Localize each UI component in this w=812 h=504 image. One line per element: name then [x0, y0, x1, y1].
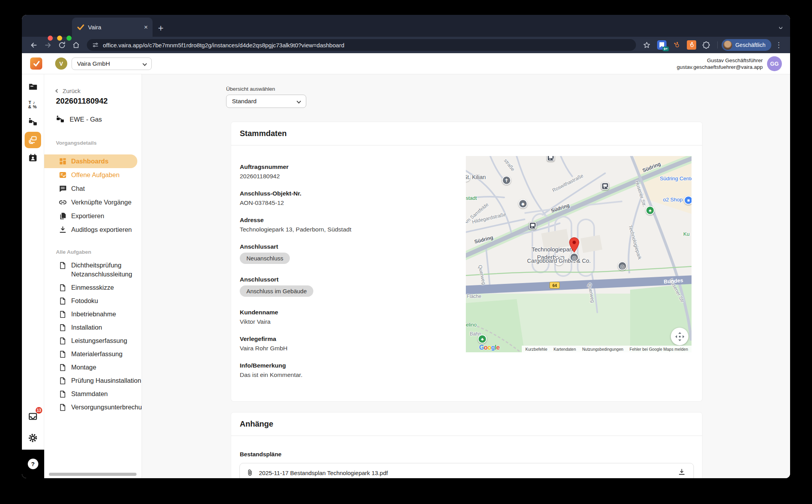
- map-poi-church-icon[interactable]: ✝: [502, 176, 511, 185]
- field-label: Anschlussort: [240, 276, 459, 283]
- hubspot-extension-icon[interactable]: [670, 39, 684, 51]
- map-poi-school-icon[interactable]: ◆: [519, 199, 528, 208]
- sidebar-panel: Zurück 202601180942 EWE - Gas Vorgangsde…: [44, 74, 142, 478]
- home-icon[interactable]: [69, 39, 83, 51]
- help-button[interactable]: ?: [28, 459, 38, 469]
- toolbar-right: 9+ Geschäftlich ⋮: [640, 39, 785, 51]
- task-item-prüfung-hausinstallation[interactable]: Prüfung Hausinstallation: [44, 374, 142, 387]
- map-poi-transit-icon[interactable]: [602, 183, 609, 190]
- horizontal-scrollbar[interactable]: [49, 473, 137, 476]
- field-anschluss-objekt-nr: Anschluss-Objekt-Nr.AON-037845-12: [240, 190, 459, 206]
- task-item-stammdaten[interactable]: Stammdaten: [44, 387, 142, 401]
- google-logo[interactable]: Google: [479, 344, 499, 351]
- section-label-alle-aufgaben: Alle Aufgaben: [56, 249, 142, 255]
- maximize-window-button[interactable]: [66, 36, 72, 41]
- tab-strip: Vaira × +: [22, 15, 790, 37]
- page-icon: [59, 337, 66, 345]
- download-icon: [59, 226, 67, 234]
- page-icon: [59, 350, 66, 358]
- close-window-button[interactable]: [48, 36, 53, 41]
- map-attr-nutzungsbedingungen[interactable]: Nutzungsbedingungen: [582, 347, 623, 352]
- field-value: Viktor Vaira: [240, 318, 459, 325]
- map-attr-kartendaten[interactable]: Kartendaten: [553, 347, 576, 352]
- page-icon: [59, 377, 66, 385]
- processes-icon-active[interactable]: [25, 132, 41, 148]
- new-tab-button[interactable]: +: [158, 23, 163, 33]
- page-icon: [59, 404, 66, 411]
- task-item-dichtheitsprüfung-netzanschlussleitung[interactable]: Dichtheitsprüfung Netzanschlussleitung: [44, 259, 142, 281]
- sidebar-item-label: Chat: [71, 185, 85, 192]
- page-icon: [59, 324, 66, 332]
- browser-tab[interactable]: Vaira ×: [72, 18, 153, 37]
- contacts-icon[interactable]: [25, 150, 41, 166]
- task-item-einmessskizze[interactable]: Einmessskizze: [44, 281, 142, 294]
- tab-close-icon[interactable]: ×: [144, 24, 148, 30]
- browser-menu-icon[interactable]: ⋮: [772, 41, 785, 49]
- task-item-montage[interactable]: Montage: [44, 361, 142, 374]
- sidebar-item-dashboards[interactable]: Dashboards: [44, 154, 137, 168]
- tab-search-icon[interactable]: [779, 23, 782, 30]
- google-map[interactable]: straßeKirche St. KilianstadtRoswithastra…: [466, 156, 692, 352]
- reload-icon[interactable]: [55, 39, 69, 51]
- map-poi-transit-icon[interactable]: [547, 156, 555, 161]
- task-item-label: Inbetriebnahme: [71, 310, 116, 319]
- anhaenge-card: Anhänge Bestandspläne 2025-11-17 Bestand…: [231, 413, 702, 478]
- attachment-row[interactable]: 2025-11-17 Bestandsplan Technologiepark …: [239, 463, 694, 478]
- vaira-favicon-icon: [77, 23, 84, 31]
- browser-profile-button[interactable]: Geschäftlich: [722, 39, 771, 51]
- field-value: Vaira Rohr GmbH: [240, 345, 459, 352]
- sidebar-item-exportieren[interactable]: Exportieren: [44, 209, 137, 223]
- task-item-fotodoku[interactable]: Fotodoku: [44, 294, 142, 308]
- vaira-logo[interactable]: [30, 57, 42, 70]
- map-poi-transit-icon[interactable]: [529, 222, 537, 230]
- attachment-filename: 2025-11-17 Bestandsplan Technologiepark …: [259, 470, 388, 476]
- task-item-label: Materialerfassung: [71, 350, 122, 359]
- user-avatar[interactable]: GG: [767, 56, 782, 71]
- attachment-download-icon[interactable]: [678, 468, 687, 477]
- map-attr-kurzbefehle[interactable]: Kurzbefehle: [525, 347, 547, 352]
- back-icon[interactable]: [27, 39, 41, 51]
- dashboard-icon: [59, 157, 67, 165]
- reading-list-extension-icon[interactable]: 9+: [655, 39, 669, 51]
- sidebar-item-verknüpfte-vorgänge[interactable]: Verknüpfte Vorgänge: [44, 196, 137, 209]
- tasks-icon: [59, 171, 67, 179]
- workflow-icon: [56, 115, 65, 124]
- map-poi-blue-icon[interactable]: ■: [684, 196, 692, 205]
- workflows-icon[interactable]: [25, 114, 41, 130]
- field-anschlussort: AnschlussortAnschluss im Gebäude: [240, 276, 459, 297]
- settings-gear-icon[interactable]: [25, 431, 41, 445]
- process-number-title: 202601180942: [56, 97, 142, 106]
- sidebar-item-offene-aufgaben[interactable]: Offene Aufgaben: [44, 168, 137, 182]
- task-item-inbetriebnahme[interactable]: Inbetriebnahme: [44, 308, 142, 321]
- url-bar[interactable]: office.vaira.app/o/c7be7mnm5f1rdro8tg2g/…: [87, 39, 636, 51]
- task-item-leistungserfassung[interactable]: Leistungserfassung: [44, 334, 142, 348]
- map-marker[interactable]: [568, 237, 580, 255]
- map-poi-gray-icon[interactable]: ◎: [618, 262, 627, 271]
- map-attr-fehler-bei-google-maps-melden[interactable]: Fehler bei Google Maps melden: [630, 347, 688, 352]
- map-pan-button[interactable]: [671, 328, 688, 345]
- org-select[interactable]: Vaira GmbH: [72, 57, 152, 70]
- map-poi-green-icon[interactable]: ♣: [646, 206, 655, 215]
- task-item-installation[interactable]: Installation: [44, 321, 142, 334]
- map-label-cargoboard-gmbh-co: Cargoboard GmbH & Co.: [555, 256, 564, 265]
- minimize-window-button[interactable]: [57, 36, 62, 41]
- map-poi-green-icon[interactable]: ♣: [478, 335, 487, 344]
- anhaenge-title: Anhänge: [231, 413, 702, 436]
- variables-symbols-icon[interactable]: T♪&%: [25, 97, 41, 112]
- sidebar-item-auditlogs-exportieren[interactable]: Auditlogs exportieren: [44, 223, 137, 237]
- task-item-versorgungsunterbrechung[interactable]: Versorgungsunterbrechung: [44, 401, 142, 414]
- sidebar-item-label: Dashboards: [71, 158, 108, 165]
- forward-icon[interactable]: [41, 39, 55, 51]
- task-item-materialerfassung[interactable]: Materialerfassung: [44, 348, 142, 361]
- workflow-tag[interactable]: EWE - Gas: [56, 115, 142, 124]
- projects-folder-icon[interactable]: [25, 79, 41, 95]
- sidebar-item-chat[interactable]: Chat: [44, 182, 137, 196]
- field-label: Anschluss-Objekt-Nr.: [240, 190, 459, 197]
- hubspot-filled-extension-icon[interactable]: [684, 39, 699, 51]
- field-value-chip: Anschluss im Gebäude: [240, 285, 313, 297]
- bookmark-star-icon[interactable]: [640, 39, 654, 51]
- overview-select[interactable]: Standard: [226, 95, 306, 108]
- notifications-inbox-icon[interactable]: 13: [25, 409, 41, 423]
- back-button[interactable]: Zurück: [56, 88, 142, 94]
- extensions-puzzle-icon[interactable]: [699, 39, 713, 51]
